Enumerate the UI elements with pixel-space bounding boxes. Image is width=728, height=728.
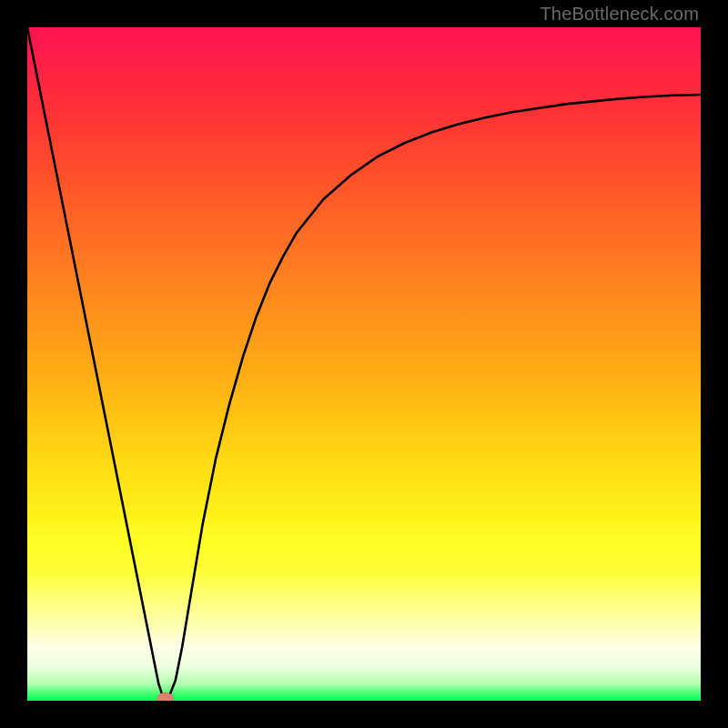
chart-svg — [27, 27, 701, 701]
chart-plot-area — [27, 27, 701, 701]
watermark-text: TheBottleneck.com — [540, 4, 699, 25]
bottleneck-curve — [27, 27, 701, 699]
chart-frame: TheBottleneck.com — [0, 0, 728, 728]
